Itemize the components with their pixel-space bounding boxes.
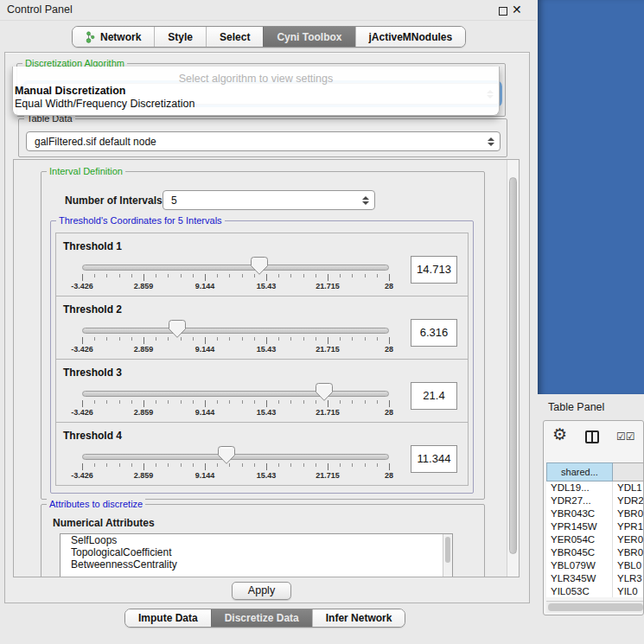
threshold-row-3: Threshold 3-3.4262.8599.14415.4321.71528… [55,359,469,423]
tick-mark [340,463,341,467]
tick-mark [106,337,107,341]
tick-mark [143,400,144,407]
tick-mark [94,400,95,404]
tab-discretize-data[interactable]: Discretize Data [211,609,312,627]
tab-infer-network[interactable]: Infer Network [312,609,405,627]
tick-mark [119,463,120,467]
attribute-item-selfloops[interactable]: SelfLoops [61,534,452,546]
slider-track[interactable] [82,328,389,334]
vertical-scrollbar-thumb[interactable] [509,177,517,554]
threshold-row-2: Threshold 2-3.4262.8599.14415.4321.71528… [55,296,469,360]
numerical-attributes-list[interactable]: SelfLoopsTopologicalCoefficientBetweenne… [60,533,453,577]
table-row[interactable]: YBL079WYBL0 [546,559,644,572]
tick-mark [340,337,341,341]
column-header-shared[interactable]: shared... [546,462,613,481]
table-data-combo[interactable]: galFiltered.sif default node [26,131,501,151]
tick-label: 9.144 [184,282,226,290]
slider-track[interactable] [82,454,389,460]
tick-mark [106,463,107,467]
tick-mark [119,337,120,341]
threshold-4-slider[interactable]: -3.4262.8599.14415.4321.71528 [82,423,389,487]
split-columns-icon[interactable] [585,430,599,443]
tab-jactivemnodules[interactable]: jActiveMNodules [355,27,466,47]
tick-mark [242,400,243,404]
tab-network[interactable]: Network [73,27,154,47]
threshold-2-value-field[interactable]: 6.316 [411,319,457,347]
attribute-item-topologicalcoefficient[interactable]: TopologicalCoefficient [61,546,452,558]
table-rows: YDL19...YDL1YDR27...YDR2YBR043CYBR0YPR14… [546,481,644,597]
slider-track[interactable] [82,391,389,397]
column-checkboxes-icon[interactable]: ☑☑ [616,430,635,443]
algorithm-option-equal-width-frequency-discretization[interactable]: Equal Width/Frequency Discretization [13,98,499,111]
threshold-3-slider-thumb[interactable] [316,383,333,401]
tick-mark [242,274,243,277]
tab-cyni-toolbox[interactable]: Cyni Toolbox [263,27,354,47]
cell-name: YPR1 [613,520,643,533]
threshold-1-value-field[interactable]: 14.713 [411,256,457,284]
apply-button[interactable]: Apply [232,582,291,600]
cell-shared-name: YBR043C [546,507,613,520]
tab-label: Network [100,31,141,43]
threshold-2-slider-thumb[interactable] [169,320,186,338]
threshold-1-slider-thumb[interactable] [251,257,268,275]
tick-label: -3.426 [61,345,103,354]
tick-mark [290,337,291,341]
tick-mark [156,463,156,467]
control-panel: Control Panel ✕ NetworkStyleSelectCyni T… [0,0,536,644]
settings-gear-icon[interactable]: ⚙ [552,426,567,443]
table-row[interactable]: YPR145WYPR1 [546,520,644,533]
vertical-scrollbar[interactable] [507,160,519,577]
table-row[interactable]: YDL19...YDL1 [546,481,644,494]
table-row[interactable]: YBR043CYBR0 [546,507,644,520]
cell-shared-name: YDR27... [546,494,613,507]
tab-impute-data[interactable]: Impute Data [125,609,211,627]
cell-shared-name: YBR045C [546,546,613,559]
tick-mark [290,274,291,277]
attribute-item-betweennesscentrality[interactable]: BetweennessCentrality [61,558,452,571]
tick-mark [229,337,230,341]
cell-shared-name: YER054C [546,533,613,546]
tick-label: -3.426 [61,408,103,417]
tick-mark [106,274,107,277]
horizontal-scrollbar-thumb[interactable] [548,603,643,611]
tick-label: 9.144 [184,471,226,480]
tick-mark [193,274,194,277]
table-row[interactable]: YDR27...YDR2 [546,494,644,507]
threshold-3-value-field[interactable]: 21.4 [411,382,457,410]
table-row[interactable]: YER054CYER0 [546,533,644,546]
tick-mark [377,337,378,341]
combo-stepper-icon [362,196,369,205]
threshold-2-slider[interactable]: -3.4262.8599.14415.4321.71528 [82,296,389,360]
tick-mark [352,274,353,277]
close-icon[interactable]: ✕ [512,3,522,16]
attributes-scrollbar[interactable] [443,534,452,577]
tick-mark [340,274,341,277]
tick-mark [254,400,255,404]
tick-mark [82,274,83,281]
table-header-row: shared...na [546,462,644,481]
threshold-3-slider[interactable]: -3.4262.8599.14415.4321.71528 [82,360,389,424]
attributes-scrollbar-thumb[interactable] [445,537,450,563]
tick-mark [328,274,328,281]
tick-mark [303,337,304,341]
threshold-4-slider-thumb[interactable] [218,446,235,464]
column-header-na[interactable]: na [613,462,644,481]
tick-mark [168,400,169,404]
tab-style[interactable]: Style [154,27,206,47]
tab-select[interactable]: Select [206,27,263,47]
table-row[interactable]: YLR345WYLR3 [546,572,644,585]
network-window-frame: GAL80G.CGAL11GAL4GCY1HHAP2 [538,0,644,394]
interval-definition-group: Interval Definition Number of Intervals … [41,171,485,500]
horizontal-scrollbar[interactable] [546,601,643,613]
table-row[interactable]: YIL053CYIL0 [546,585,644,597]
float-window-icon[interactable] [499,7,507,16]
tick-mark [82,337,83,344]
threshold-1-slider[interactable]: -3.4262.8599.14415.4321.71528 [82,233,389,297]
tick-mark [131,400,132,404]
slider-track[interactable] [82,265,389,271]
table-row[interactable]: YBR045CYBR0 [546,546,644,559]
tick-mark [303,463,304,467]
algorithm-option-manual-discretization[interactable]: Manual Discretization [13,85,499,98]
threshold-4-value-field[interactable]: 11.344 [411,445,457,473]
number-of-intervals-combo[interactable]: 5 [163,190,375,210]
